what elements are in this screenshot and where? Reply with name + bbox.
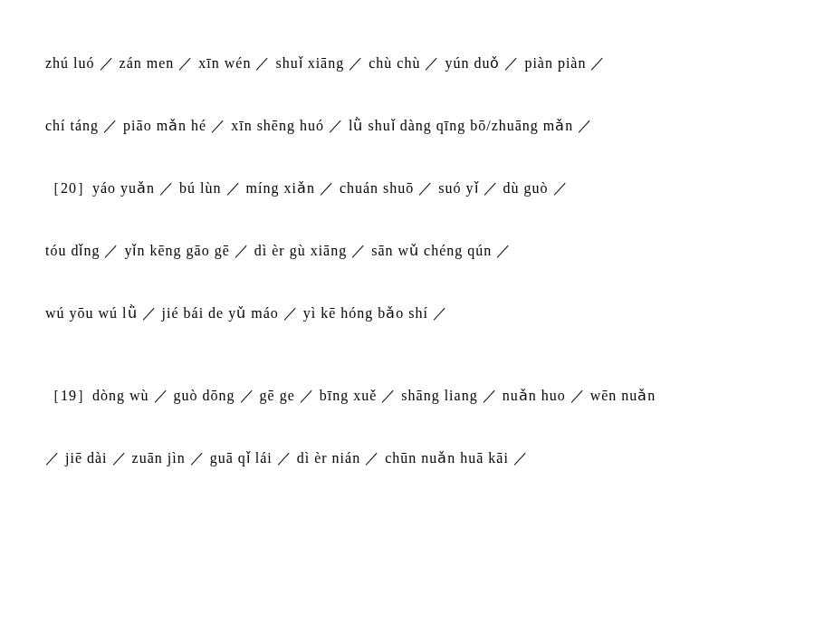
text-line: ［20］yáo yuǎn ／ bú lùn ／ míng xiǎn ／ chuá… <box>45 179 788 198</box>
text-line: tóu dǐng ／ yǐn kēng gāo gē ／ dì èr gù xi… <box>45 242 788 261</box>
text-line: chí táng ／ piāo mǎn hé ／ xīn shēng huó ／… <box>45 117 788 136</box>
text-line: ／ jiē dài ／ zuān jìn ／ guā qǐ lái ／ dì è… <box>45 449 788 468</box>
text-line: ［19］dòng wù ／ guò dōng ／ gē ge ／ bīng xu… <box>45 387 788 406</box>
text-line: zhú luó ／ zán men ／ xīn wén ／ shuǐ xiāng… <box>45 54 788 73</box>
text-line: wú yōu wú lǜ ／ jié bái de yǔ máo ／ yì kē… <box>45 304 788 323</box>
